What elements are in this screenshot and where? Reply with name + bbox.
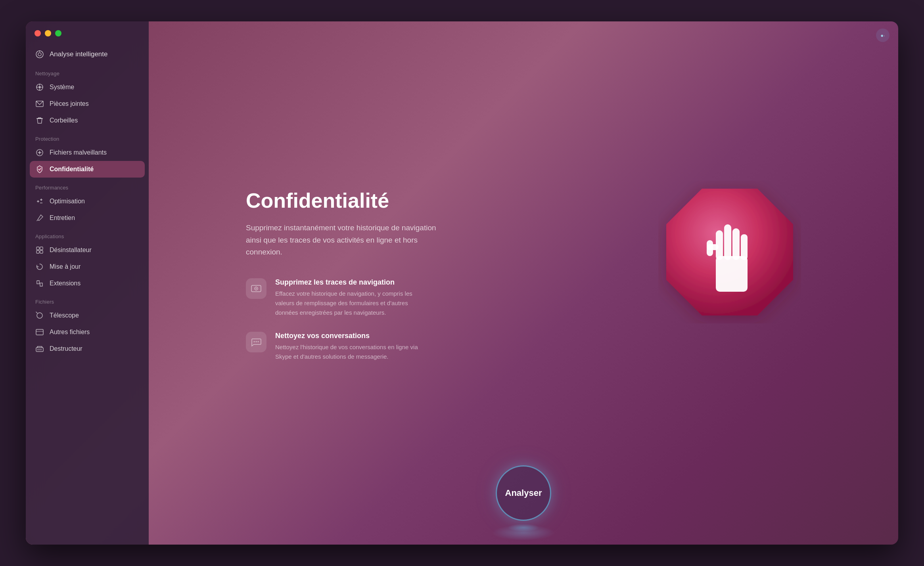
sidebar: Analyse intelligente Nettoyage Système [26,21,149,545]
sidebar-item-destructeur[interactable]: Destructeur [26,340,149,357]
svg-rect-44 [732,228,740,260]
svg-rect-43 [724,224,731,260]
section-label-protection: Protection [26,129,149,144]
pieces-jointes-icon [35,99,44,108]
sidebar-item-systeme[interactable]: Système [26,79,149,96]
svg-line-23 [36,312,37,313]
feature-list: Supprimez les traces de navigation Effac… [246,278,627,361]
svg-rect-45 [741,234,748,260]
analyse-label: Analyse intelligente [50,50,107,58]
button-glow [492,525,555,541]
close-button[interactable] [35,30,41,36]
svg-point-36 [256,288,257,289]
conversations-desc: Nettoyez l'historique de vos conversatio… [275,342,426,361]
feature-item-traces: Supprimez les traces de navigation Effac… [246,278,627,317]
destructeur-icon [35,344,44,353]
mise-a-jour-label: Mise à jour [50,263,81,270]
top-right-icon[interactable]: ●· [876,29,889,42]
sidebar-item-pieces-jointes[interactable]: Pièces jointes [26,96,149,112]
svg-rect-26 [36,348,43,352]
sidebar-item-desinstallateur[interactable]: Désinstallateur [26,242,149,258]
content-area: Confidentialité Supprimez instantanément… [246,181,801,361]
corbeilles-icon [35,116,44,125]
telescope-label: Télescope [50,312,79,319]
optimisation-icon [35,197,44,206]
pieces-jointes-label: Pièces jointes [50,100,89,107]
sidebar-item-optimisation[interactable]: Optimisation [26,193,149,210]
conversations-title: Nettoyez vos conversations [275,332,426,340]
systeme-label: Système [50,84,74,91]
sidebar-item-entretien[interactable]: Entretien [26,210,149,226]
sidebar-item-fichiers-malveillants[interactable]: Fichiers malveillants [26,144,149,161]
entretien-label: Entretien [50,214,75,222]
sidebar-item-telescope[interactable]: Télescope [26,307,149,324]
svg-point-38 [256,341,257,342]
text-section: Confidentialité Supprimez instantanément… [246,181,627,361]
traces-text: Supprimez les traces de navigation Effac… [275,278,426,317]
extensions-label: Extensions [50,280,81,287]
conversations-icon-wrap [246,332,266,352]
page-description: Supprimez instantanément votre historiqu… [246,222,436,258]
stop-icon-section [658,181,801,323]
desinstallateur-label: Désinstallateur [50,247,92,254]
svg-rect-18 [36,247,39,250]
sidebar-item-analyse[interactable]: Analyse intelligente [26,45,149,63]
traces-icon-wrap [246,278,266,299]
section-label-nettoyage: Nettoyage [26,63,149,79]
corbeilles-label: Corbeilles [50,117,78,124]
svg-rect-47 [707,240,713,256]
traces-desc: Effacez votre historique de navigation, … [275,289,426,317]
svg-rect-41 [716,256,748,292]
svg-point-4 [38,86,41,88]
traffic-lights [35,30,61,36]
svg-rect-24 [36,329,43,335]
svg-point-1 [38,53,41,56]
minimize-button[interactable] [45,30,51,36]
telescope-icon [35,311,44,320]
maximize-button[interactable] [55,30,61,36]
page-title: Confidentialité [246,189,627,212]
svg-rect-19 [40,247,43,250]
feature-item-conversations: Nettoyez vos conversations Nettoyez l'hi… [246,332,627,361]
analyse-icon [35,50,44,59]
stop-sign-icon [658,181,801,323]
svg-rect-20 [36,250,39,253]
destructeur-label: Destructeur [50,345,82,352]
systeme-icon [35,83,44,92]
main-window: ●· Analyse intelligente Nettoyage [26,21,898,545]
section-label-performances: Performances [26,178,149,193]
mise-a-jour-icon [35,262,44,271]
extensions-icon [35,279,44,288]
entretien-icon [35,214,44,222]
traces-title: Supprimez les traces de navigation [275,278,426,287]
autres-fichiers-label: Autres fichiers [50,329,90,336]
sidebar-item-extensions[interactable]: Extensions [26,275,149,292]
conversations-text: Nettoyez vos conversations Nettoyez l'hi… [275,332,426,361]
malveillants-icon [35,148,44,157]
section-label-applications: Applications [26,226,149,242]
sidebar-item-mise-a-jour[interactable]: Mise à jour [26,258,149,275]
sidebar-item-corbeilles[interactable]: Corbeilles [26,112,149,129]
svg-point-39 [258,341,259,342]
autres-fichiers-icon [35,328,44,337]
analyze-button[interactable]: Analyser [496,465,551,521]
main-content: Confidentialité Supprimez instantanément… [149,21,898,545]
section-label-fichiers: Fichiers [26,292,149,307]
fichiers-malveillants-label: Fichiers malveillants [50,149,107,156]
svg-rect-21 [40,250,43,253]
sidebar-item-confidentialite[interactable]: Confidentialité [30,161,145,178]
confidentialite-icon [35,165,44,174]
desinstallateur-icon [35,246,44,254]
analyze-button-wrap: Analyser [496,465,551,521]
confidentialite-label: Confidentialité [50,166,94,173]
svg-point-37 [254,341,255,342]
sidebar-item-autres-fichiers[interactable]: Autres fichiers [26,324,149,340]
optimisation-label: Optimisation [50,198,85,205]
svg-point-12 [39,152,40,153]
svg-point-22 [37,313,42,318]
